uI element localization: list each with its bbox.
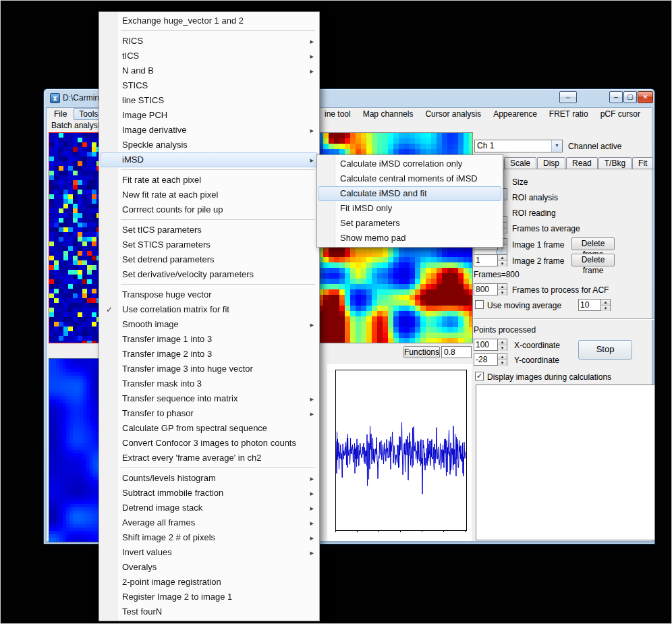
functions-value-field[interactable]: 0.8 [441, 346, 472, 358]
menu-item-transfer-image-1-into-3[interactable]: Transfer image 1 into 3 [99, 332, 319, 347]
functions-button[interactable]: Functions [403, 346, 440, 358]
x-coordinate-spinner[interactable]: 100 ▲▼ [474, 339, 507, 351]
menubar-item-file[interactable]: File [49, 108, 72, 120]
menu-item-corrrect-counts-for-pile-up[interactable]: Corrrect counts for pile up [99, 202, 319, 217]
menu-item-use-correlation-matrix-for-fit[interactable]: ✓Use correlation matrix for fit [99, 302, 319, 317]
menu-item-label: Invert values [122, 547, 172, 557]
spinner-down-icon[interactable]: ▼ [498, 261, 507, 266]
menu-item-label: Set STICS parameters [122, 239, 211, 250]
menu-item-fit-rate-at-each-pixel[interactable]: Fit rate at each pixel [99, 173, 319, 188]
results-listbox[interactable] [476, 385, 655, 540]
menu-item-label: iMSD [122, 154, 144, 165]
menubar-item-ine-tool[interactable]: ine tool [319, 108, 356, 120]
menu-item-test-fourn[interactable]: Test fourN [99, 604, 319, 619]
spinner-up-icon[interactable]: ▲ [498, 284, 507, 290]
tab-disp[interactable]: Disp [537, 157, 565, 169]
chevron-down-icon[interactable]: ▼ [551, 140, 562, 152]
menu-item-transfer-image-3-into-huge-vector[interactable]: Transfer image 3 into huge vector [99, 362, 319, 376]
menu-item-calculate-central-moments-of-imsd[interactable]: Calculate central moments of iMSD [317, 171, 503, 186]
menu-item-transfer-sequence-into-matrix[interactable]: Transfer sequence into matrix▸ [99, 391, 319, 406]
spinner-down-icon[interactable]: ▼ [601, 306, 610, 311]
menu-item-average-all-frames[interactable]: Average all frames▸ [99, 515, 319, 530]
spinner-up-icon[interactable]: ▲ [498, 339, 507, 345]
stop-button[interactable]: Stop [578, 340, 632, 360]
tab-t-bkg[interactable]: T/Bkg [598, 157, 632, 169]
menu-item-rics[interactable]: RICS▸ [99, 34, 319, 49]
menu-item-label: Counts/levels histogram [122, 473, 216, 483]
menubar-item-batch-analysis[interactable]: Batch analysi [51, 121, 99, 130]
swap-window-button[interactable]: ⇔ [559, 91, 577, 103]
use-moving-average-checkbox[interactable] [475, 300, 484, 309]
image1-frame-label: Image 1 frame [512, 240, 564, 250]
menu-item-overalys[interactable]: Overalys [99, 560, 319, 575]
spinner-down-icon[interactable]: ▼ [498, 360, 507, 366]
menu-item-image-pch[interactable]: Image PCH [99, 108, 319, 123]
menu-item-set-parameters[interactable]: Set parameters [317, 216, 503, 231]
menu-item-calculate-imsd-and-fit[interactable]: Calculate iMSD and fit [318, 186, 501, 201]
delete-frame-2-button[interactable]: Delete frame [571, 254, 615, 266]
menu-item-register-image-2-to-image-1[interactable]: Register Image 2 to image 1 [99, 590, 319, 604]
menu-item-speckle-analysis[interactable]: Speckle analysis [99, 138, 319, 152]
menu-item-line-stics[interactable]: line STICS [99, 93, 319, 108]
display-images-checkbox[interactable]: ✓ [475, 372, 484, 380]
menu-item-show-memo-pad[interactable]: Show memo pad [317, 231, 503, 246]
menu-item-stics[interactable]: STICS [99, 78, 319, 93]
menu-item-2-point-image-registration[interactable]: 2-point image registration [99, 575, 319, 590]
menubar-item-fret-ratio[interactable]: FRET ratio [544, 108, 594, 120]
menu-item-set-stics-parameters[interactable]: Set STICS parameters [99, 237, 319, 252]
menu-item-counts-levels-histogram[interactable]: Counts/levels histogram▸ [99, 471, 319, 486]
menu-item-label: Image PCH [122, 110, 167, 120]
menu-item-detrend-image-stack[interactable]: Detrend image stack▸ [99, 501, 319, 515]
moving-average-spinner[interactable]: 10 ▲▼ [578, 299, 611, 311]
menu-item-imsd[interactable]: iMSD▸ [101, 152, 318, 167]
menubar-item-pcf-cursor[interactable]: pCF cursor [595, 108, 646, 120]
menu-item-transfer-image-2-into-3[interactable]: Transfer image 2 into 3 [99, 347, 319, 362]
menu-item-transpose-huge-vector[interactable]: Transpose huge vector [99, 287, 319, 302]
minimize-button[interactable]: – [609, 91, 623, 103]
menu-item-set-detrend-parameters[interactable]: Set detrend parameters [99, 252, 319, 267]
menu-item-image-derivative[interactable]: Image derivative▸ [99, 123, 319, 138]
tab-scale[interactable]: Scale [504, 157, 536, 169]
menu-item-label: Calculate iMSD and fit [340, 188, 427, 198]
spinner-up-icon[interactable]: ▲ [498, 255, 507, 261]
spinner-up-icon[interactable]: ▲ [498, 354, 507, 360]
menu-item-calculate-imsd-correlation-only[interactable]: Calculate iMSD correlation only [317, 157, 503, 171]
menu-item-fit-imsd-only[interactable]: Fit iMSD only [317, 201, 503, 216]
close-button[interactable]: ✕ [638, 91, 653, 103]
delete-frame-1-button[interactable]: Delete frame [571, 237, 615, 250]
menu-item-calculate-gp-from-spectral-sequence[interactable]: Calculate GP from spectral sequence [99, 421, 319, 436]
menu-item-set-derivative-velocity-parameters[interactable]: Set derivative/velocity parameters [99, 267, 319, 282]
menu-item-tics[interactable]: tICS▸ [99, 49, 319, 63]
y-coordinate-spinner[interactable]: -28 ▲▼ [474, 353, 507, 366]
menubar-item-appearence[interactable]: Appearence [488, 108, 542, 120]
menu-item-transfer-mask-into-3[interactable]: Transfer mask into 3 [99, 376, 319, 391]
menu-item-shift-image-2-of-pixels[interactable]: Shift image 2 # of pixels▸ [99, 530, 319, 545]
submenu-arrow-icon: ▸ [310, 515, 314, 530]
spinner-down-icon[interactable]: ▼ [498, 345, 507, 351]
tab-fit[interactable]: Fit [632, 157, 653, 169]
menu-item-invert-values[interactable]: Invert values▸ [99, 545, 319, 560]
spinner-down-icon[interactable]: ▼ [498, 290, 507, 295]
menu-item-smooth-image[interactable]: Smooth image▸ [99, 317, 319, 332]
divider [474, 318, 654, 320]
tab-read[interactable]: Read [566, 157, 598, 169]
spinner-up-icon[interactable]: ▲ [601, 300, 610, 306]
menu-item-exchange-huge-vector-1-and-2[interactable]: Exchange huge_vector 1 and 2 [99, 13, 319, 28]
menubar-item-cursor-analysis[interactable]: Cursor analysis [420, 108, 486, 120]
menu-item-subtract-immobile-fraction[interactable]: Subtract immobile fraction▸ [99, 486, 319, 501]
menu-item-set-tics-parameters[interactable]: Set tICS parameters [99, 223, 319, 237]
menu-item-extract-every-frame-average-in-ch2[interactable]: Extract every 'frame average' in ch2 [99, 451, 319, 465]
menu-item-n-and-b[interactable]: N and B▸ [99, 63, 319, 78]
menu-item-new-fit-rate-at-each-pixel[interactable]: New fit rate at each pixel [99, 188, 319, 202]
maximize-button[interactable]: ▢ [623, 91, 637, 103]
submenu-arrow-icon: ▸ [310, 545, 314, 560]
menu-item-label: Set derivative/velocity parameters [122, 269, 254, 279]
menu-item-label: Set parameters [340, 218, 400, 228]
acf-frames-spinner[interactable]: 800 ▲▼ [474, 283, 507, 295]
menubar-item-map-channels[interactable]: Map channels [358, 108, 419, 120]
menu-item-transfer-to-phasor[interactable]: Transfer to phasor▸ [99, 406, 319, 421]
menu-item-convert-confocor-3-images-to-photon-counts[interactable]: Convert Confocor 3 images to photon coun… [99, 436, 319, 451]
x-coordinate-value: 100 [474, 339, 497, 350]
channel-combobox[interactable]: Ch 1 ▼ [474, 140, 563, 152]
image2-frame-spinner[interactable]: 1 ▲▼ [474, 254, 507, 266]
